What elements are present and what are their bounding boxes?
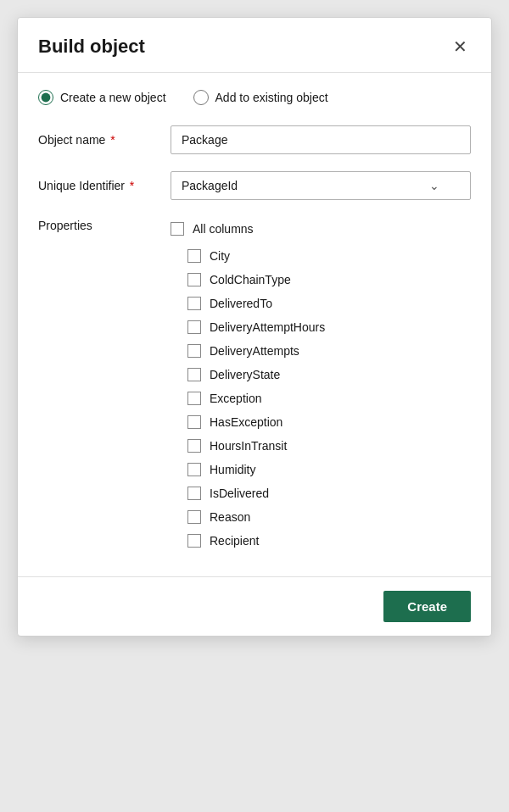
checkbox-deliveryattempts-input[interactable] <box>187 344 201 358</box>
checkbox-city[interactable]: City <box>187 244 471 268</box>
radio-add-existing[interactable]: Add to existing object <box>193 90 328 105</box>
object-name-row: Object name * <box>38 125 471 154</box>
radio-add-existing-input[interactable] <box>193 90 209 105</box>
checkbox-coldchaintype-input[interactable] <box>187 273 201 286</box>
checkbox-reason[interactable]: Reason <box>187 505 471 529</box>
checkbox-isdelivered-input[interactable] <box>187 487 201 500</box>
radio-add-existing-label: Add to existing object <box>215 91 328 104</box>
checkbox-coldchaintype-label: ColdChainType <box>210 273 291 286</box>
checkbox-exception-input[interactable] <box>187 392 201 405</box>
checkbox-hoursintransit-label: HoursInTransit <box>210 439 287 453</box>
checkbox-hasexception-label: HasException <box>210 415 282 429</box>
checkbox-recipient-input[interactable] <box>187 534 201 548</box>
checkbox-deliveredto-input[interactable] <box>187 297 201 310</box>
radio-group: Create a new object Add to existing obje… <box>38 90 471 105</box>
object-name-label: Object name * <box>38 133 157 147</box>
checkbox-deliverystate-label: DeliveryState <box>210 368 280 381</box>
checkbox-city-label: City <box>210 249 230 263</box>
checkbox-deliverystate[interactable]: DeliveryState <box>187 363 471 387</box>
checkbox-exception[interactable]: Exception <box>187 387 471 410</box>
dialog-footer: Create <box>18 576 491 636</box>
unique-identifier-row: Unique Identifier * PackageId ⌄ <box>38 171 471 200</box>
checkbox-hasexception[interactable]: HasException <box>187 410 471 434</box>
checkbox-recipient-label: Recipient <box>210 534 259 548</box>
checkbox-humidity-input[interactable] <box>187 463 201 476</box>
checkbox-hoursintransit-input[interactable] <box>187 439 201 453</box>
radio-create-new-label: Create a new object <box>60 91 166 104</box>
properties-row: Properties All columns City ColdChainTyp… <box>38 217 471 553</box>
checkbox-deliveryattempts-label: DeliveryAttempts <box>210 344 299 358</box>
unique-identifier-value: PackageId <box>182 179 238 192</box>
checkbox-deliverystate-input[interactable] <box>187 368 201 381</box>
checkbox-deliveredto[interactable]: DeliveredTo <box>187 292 471 315</box>
unique-identifier-select[interactable]: PackageId ⌄ <box>171 171 471 200</box>
property-sub-items: City ColdChainType DeliveredTo DeliveryA… <box>187 244 471 553</box>
unique-identifier-select-wrapper[interactable]: PackageId ⌄ <box>171 171 471 200</box>
checkbox-city-input[interactable] <box>187 249 201 263</box>
required-star-name: * <box>107 133 115 147</box>
required-star-uid: * <box>126 179 134 192</box>
checkbox-all-columns[interactable]: All columns <box>171 217 471 241</box>
create-button[interactable]: Create <box>383 591 471 622</box>
checkbox-coldchaintype[interactable]: ColdChainType <box>187 268 471 292</box>
checkbox-humidity[interactable]: Humidity <box>187 458 471 481</box>
close-button[interactable]: ✕ <box>450 35 471 58</box>
checkbox-hoursintransit[interactable]: HoursInTransit <box>187 434 471 458</box>
checkbox-all-columns-label: All columns <box>193 222 254 236</box>
dialog-title: Build object <box>38 36 145 58</box>
checkbox-exception-label: Exception <box>210 392 261 405</box>
dialog-body: Create a new object Add to existing obje… <box>18 73 491 576</box>
checkbox-deliveryattempthours-input[interactable] <box>187 320 201 334</box>
checkbox-hasexception-input[interactable] <box>187 415 201 429</box>
checkbox-deliveredto-label: DeliveredTo <box>210 297 272 310</box>
checkbox-all-columns-input[interactable] <box>171 222 184 236</box>
build-object-dialog: Build object ✕ Create a new object Add t… <box>17 17 492 637</box>
checkbox-humidity-label: Humidity <box>210 463 255 476</box>
checkbox-isdelivered[interactable]: IsDelivered <box>187 481 471 505</box>
object-name-input[interactable] <box>171 125 471 154</box>
checkbox-reason-input[interactable] <box>187 510 201 524</box>
checkbox-deliveryattempthours[interactable]: DeliveryAttemptHours <box>187 315 471 339</box>
chevron-down-icon: ⌄ <box>429 179 439 192</box>
unique-identifier-label: Unique Identifier * <box>38 179 157 192</box>
checkbox-isdelivered-label: IsDelivered <box>210 487 269 500</box>
dialog-header: Build object ✕ <box>18 18 491 73</box>
checkbox-deliveryattempts[interactable]: DeliveryAttempts <box>187 339 471 363</box>
radio-create-new[interactable]: Create a new object <box>38 90 166 105</box>
radio-create-new-input[interactable] <box>38 90 53 105</box>
properties-list: All columns City ColdChainType Delivered… <box>171 217 471 553</box>
checkbox-recipient[interactable]: Recipient <box>187 529 471 553</box>
checkbox-reason-label: Reason <box>210 510 250 524</box>
properties-label: Properties <box>38 217 157 232</box>
checkbox-deliveryattempthours-label: DeliveryAttemptHours <box>210 320 325 334</box>
